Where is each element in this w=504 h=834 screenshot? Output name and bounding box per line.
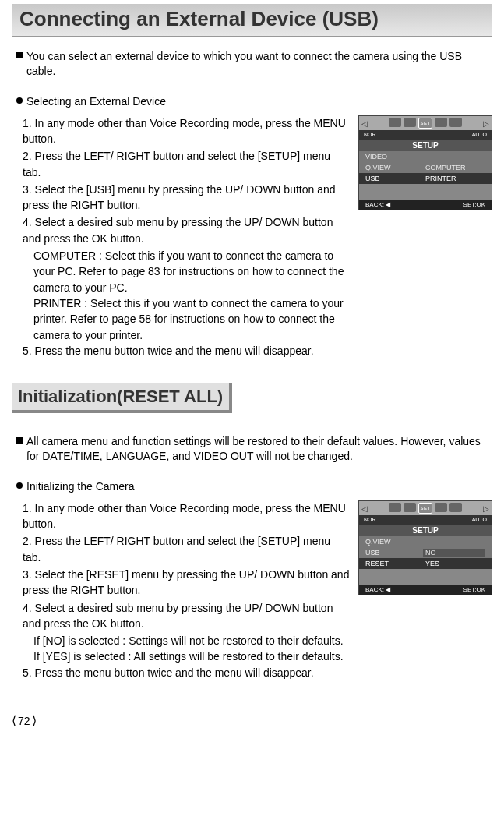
setok-label: SET:OK: [463, 201, 485, 208]
back-label: BACK:: [365, 586, 384, 593]
right-arrow-icon: ▷: [483, 119, 489, 128]
section2-heading: Initializing the Camera: [16, 479, 492, 494]
menu-row-usb: USB PRINTER: [359, 173, 492, 184]
angle-left-icon: ⟨: [12, 713, 16, 728]
menu-row-qview: Q.VIEW COMPUTER: [359, 162, 492, 173]
intro-text: You can select an external device to whi…: [26, 49, 492, 79]
camera-screen-usb: ◁ SET ▷ NOR AUTO SETUP VIDEO: [358, 115, 492, 210]
set-tab-icon: SET: [418, 503, 432, 514]
section1-heading: Selecting an External Device: [16, 94, 492, 109]
setup-header: SETUP: [359, 140, 492, 151]
s1-step2: 2. Press the LEFT/ RIGHT button and sele…: [23, 148, 351, 180]
s1-step5: 5. Press the menu button twice and the m…: [23, 343, 351, 359]
menu-icon: [389, 503, 401, 512]
angle-right-icon: ⟩: [32, 713, 37, 728]
setup-header: SETUP: [359, 525, 492, 536]
bullet-icon: [16, 437, 23, 444]
s2-step2: 2. Press the LEFT/ RIGHT button and sele…: [23, 533, 351, 565]
bullet-icon: [16, 97, 23, 104]
back-arrow-icon: ◀: [386, 201, 390, 208]
s1-step4: 4. Select a desired sub menu by pressing…: [23, 214, 351, 246]
main-title-bar: Connecting an External Device (USB): [12, 4, 492, 37]
subtitle: Initialization(RESET ALL): [18, 387, 223, 407]
s1-step1: 1. In any mode other than Voice Recordin…: [23, 115, 351, 147]
bullet-icon: [16, 482, 23, 489]
s1-step3: 3. Select the [USB] menu by pressing the…: [23, 182, 351, 214]
s2-step3: 3. Select the [RESET] menu by pressing t…: [23, 567, 351, 599]
left-arrow-icon: ◁: [361, 119, 368, 128]
menu-icon: [435, 503, 447, 512]
s1-printer: PRINTER : Select this if you want to con…: [33, 295, 351, 343]
s2-step5: 5. Press the menu button twice and the m…: [23, 665, 351, 680]
menu-row-qview: Q.VIEW: [359, 536, 492, 547]
s2-step4: 4. Select a desired sub menu by pressing…: [23, 600, 351, 632]
menu-icon: [389, 118, 401, 127]
setok-label: SET:OK: [463, 586, 485, 593]
left-arrow-icon: ◁: [361, 504, 368, 513]
intro-usb: You can select an external device to whi…: [16, 49, 492, 79]
menu-icon: [449, 503, 462, 512]
menu-icon: [449, 118, 462, 127]
menu-row-reset: RESET YES: [359, 558, 492, 569]
menu-icon: [404, 503, 416, 512]
intro-reset: All camera menu and function settings wi…: [16, 434, 492, 464]
subtitle-bar: Initialization(RESET ALL): [12, 383, 232, 413]
s1-computer: COMPUTER : Select this if you want to co…: [33, 248, 351, 295]
auto-label: AUTO: [472, 517, 487, 522]
menu-row-video: VIDEO: [359, 151, 492, 162]
main-title: Connecting an External Device (USB): [19, 7, 485, 31]
s2-no: If [NO] is selected : Settings will not …: [33, 633, 351, 648]
back-arrow-icon: ◀: [386, 586, 390, 593]
s2-yes: If [YES] is selected : All settings will…: [33, 648, 351, 664]
menu-row-usb: USB NO: [359, 547, 492, 558]
intro2-text: All camera menu and function settings wi…: [26, 434, 492, 464]
nor-label: NOR: [364, 132, 376, 137]
set-tab-icon: SET: [418, 118, 432, 129]
nor-label: NOR: [364, 517, 376, 522]
back-label: BACK:: [365, 201, 384, 208]
camera-screen-reset: ◁ SET ▷ NOR AUTO SETUP Q.VIEW: [358, 500, 492, 595]
auto-label: AUTO: [472, 132, 487, 137]
menu-icon: [404, 118, 416, 127]
page-num-value: 72: [18, 715, 30, 727]
section1-head-text: Selecting an External Device: [26, 94, 166, 109]
bullet-icon: [16, 52, 23, 58]
page-number: ⟨ 72 ⟩: [12, 713, 492, 728]
s2-step1: 1. In any mode other than Voice Recordin…: [23, 500, 351, 532]
right-arrow-icon: ▷: [483, 504, 489, 513]
section2-head-text: Initializing the Camera: [26, 479, 135, 494]
menu-icon: [435, 118, 447, 127]
